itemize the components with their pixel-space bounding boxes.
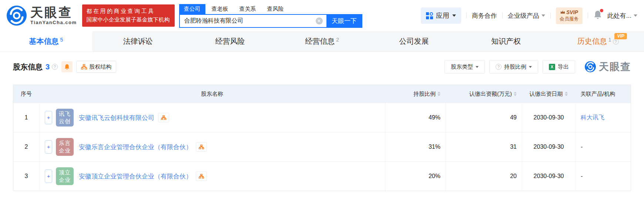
user-label: 此处有... [607, 12, 631, 20]
promo-line2: 国家中小企业发展子基金旗下机构 [87, 16, 170, 23]
chevron-down-icon [476, 66, 479, 68]
table-row: 2 + 乐言 企业 安徽乐言企业管理合伙企业（有限合伙） [13, 132, 631, 161]
row-index: 1 [13, 103, 39, 132]
column-header-ratio[interactable]: 持股比例 [385, 85, 446, 103]
search-tab-risk[interactable]: 查风险 [262, 4, 289, 14]
equity-chart-button[interactable] [158, 113, 169, 122]
column-header-amount[interactable]: 认缴出资额(万元) [446, 85, 522, 103]
section-title: 股东信息 [13, 62, 43, 72]
related-value: - [575, 132, 631, 161]
search-tab-boss[interactable]: 查老板 [207, 4, 233, 14]
chevron-down-icon [634, 14, 637, 17]
avatar: 讯飞 云创 [56, 109, 74, 127]
top-nav: 应用 商务合作 企业级产品 SVIP 会员服务 [421, 7, 637, 24]
tianyancha-logo-icon [7, 6, 27, 26]
amount-value: 20 [446, 162, 522, 191]
apps-menu[interactable]: 应用 [421, 7, 461, 24]
table-row: 1 + 讯飞 云创 安徽讯飞云创科技有限公司 [13, 103, 631, 132]
column-header-no: 序号 [13, 85, 39, 103]
ratio-value: 31% [385, 132, 446, 161]
help-icon[interactable]: ? [52, 64, 58, 70]
equity-structure-button[interactable]: 股权结构 [76, 61, 116, 73]
tab-legal-proceedings[interactable]: 法律诉讼 [92, 31, 184, 52]
apps-grid-icon [426, 12, 433, 19]
avatar: 顶立 企业 [56, 167, 74, 185]
column-header-date[interactable]: 认缴出资日期 [522, 85, 575, 103]
sort-icon[interactable] [437, 92, 440, 96]
column-header-related: 关联产品/机构 [575, 85, 631, 103]
related-product-link[interactable]: 科大讯飞 [581, 114, 604, 122]
date-value: 2030-09-30 [522, 162, 575, 191]
top-bar: 天眼查 TianYanCha.com 都在用的商业查询工具 国家中小企业发展子基… [0, 0, 644, 31]
clear-search-icon[interactable]: ✕ [316, 17, 323, 24]
section-count: 3 [46, 63, 50, 71]
amount-value: 31 [446, 132, 522, 161]
shareholders-section-header: 股东信息 3 ? 股权结构 股东类型 ? 持股比 [13, 60, 631, 73]
tab-basic-info[interactable]: 基本信息5 [0, 31, 92, 52]
vip-badge: VIP [614, 33, 627, 39]
sort-icon[interactable] [565, 92, 568, 96]
org-chart-icon [81, 64, 87, 69]
svip-label: SVIP [566, 9, 578, 15]
tianyancha-logo-icon [585, 61, 596, 72]
help-icon: ? [496, 64, 502, 70]
search-input[interactable] [184, 17, 316, 24]
ratio-value: 49% [385, 103, 446, 132]
excel-icon: X [549, 64, 555, 70]
shareholding-ratio-filter[interactable]: ? 持股比例 [489, 60, 538, 73]
equity-chart-button[interactable] [196, 171, 207, 181]
tab-company-development[interactable]: 公司发展 [368, 31, 460, 52]
crown-icon [560, 10, 565, 14]
ratio-value: 20% [385, 162, 446, 191]
logo-title: 天眼查 [30, 6, 77, 19]
table-header-row: 序号 股东名称 持股比例 认缴出资额(万元) 认缴出资日期 关联产品/机构 [13, 85, 631, 103]
shareholder-name-link[interactable]: 安徽顶立企业管理合伙企业（有限合伙） [79, 172, 192, 181]
watermark-text: 天眼查 [599, 60, 631, 73]
alert-subscribe-button[interactable] [61, 61, 73, 72]
row-index: 2 [13, 132, 39, 161]
tab-operational-risk[interactable]: 经营风险 [184, 31, 276, 52]
org-chart-icon [199, 145, 204, 149]
search-tab-relation[interactable]: 查关系 [235, 4, 261, 14]
user-menu[interactable]: 此处有... [607, 12, 637, 20]
search-tab-company[interactable]: 查公司 [179, 4, 205, 14]
tab-history-info[interactable]: VIP 历史信息1 ? [552, 31, 644, 52]
nav-divider [550, 13, 551, 19]
shareholder-type-filter[interactable]: 股东类型 [445, 60, 485, 73]
nav-enterprise-products[interactable]: 企业级产品 [508, 12, 545, 20]
chevron-down-icon [529, 66, 532, 68]
date-value: 2030-09-30 [522, 132, 575, 161]
expand-button[interactable]: + [45, 170, 52, 183]
notifications-button[interactable] [593, 10, 602, 21]
promo-banner: 都在用的商业查询工具 国家中小企业发展子基金旗下机构 [82, 4, 175, 27]
date-value: 2030-09-30 [522, 103, 575, 132]
nav-cooperation[interactable]: 商务合作 [472, 12, 497, 20]
tab-intellectual-property[interactable]: 知识产权 [460, 31, 552, 52]
search-area: 查公司 查老板 查关系 查风险 ✕ 天眼一下 [179, 4, 362, 28]
tianyancha-logo[interactable]: 天眼查 TianYanCha.com [7, 6, 77, 26]
search-input-box: ✕ [179, 14, 326, 28]
svip-sublabel: 会员服务 [560, 16, 579, 22]
svip-member-button[interactable]: SVIP 会员服务 [556, 7, 583, 24]
avatar: 乐言 企业 [56, 138, 74, 156]
shareholder-name-link[interactable]: 安徽讯飞云创科技有限公司 [79, 114, 154, 122]
column-header-shareholder-name: 股东名称 [39, 85, 385, 103]
sort-icon[interactable] [514, 92, 517, 96]
org-chart-icon [199, 174, 204, 178]
logo-subtitle: TianYanCha.com [30, 20, 77, 25]
tab-business-info[interactable]: 经营信息2 [276, 31, 368, 52]
equity-chart-button[interactable] [196, 142, 207, 152]
row-index: 3 [13, 162, 39, 191]
table-row: 3 + 顶立 企业 安徽顶立企业管理合伙企业（有限合伙） [13, 161, 631, 191]
tianyancha-watermark: 天眼查 [585, 60, 631, 73]
expand-button[interactable]: + [45, 111, 52, 124]
export-button[interactable]: X 导出 [543, 60, 575, 73]
notification-dot [600, 9, 603, 12]
promo-line1: 都在用的商业查询工具 [87, 8, 170, 15]
apps-label: 应用 [436, 11, 449, 20]
chevron-down-icon [452, 14, 456, 17]
expand-button[interactable]: + [45, 140, 52, 154]
related-value: - [575, 162, 631, 191]
shareholder-name-link[interactable]: 安徽乐言企业管理合伙企业（有限合伙） [79, 143, 192, 151]
search-button[interactable]: 天眼一下 [326, 14, 362, 28]
